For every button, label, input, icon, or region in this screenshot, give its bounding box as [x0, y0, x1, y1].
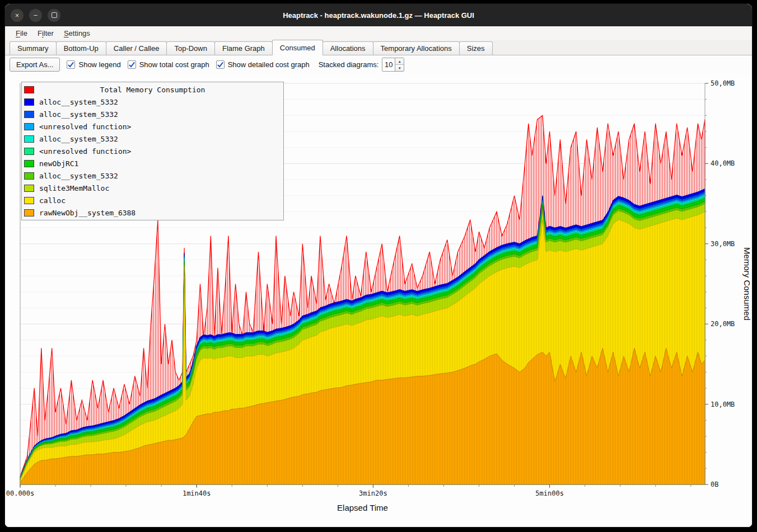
- legend-label: sqlite3MemMalloc: [39, 184, 109, 192]
- spinbox-buttons: ▲ ▼: [395, 58, 404, 71]
- x-tick-label: 3min20s: [359, 489, 387, 497]
- check-icon: [217, 61, 224, 68]
- legend-swatch: [24, 148, 34, 155]
- checkbox-label: Show total cost graph: [139, 60, 209, 69]
- tab-temporary-allocations[interactable]: Temporary Allocations: [373, 41, 460, 55]
- tab-bar: SummaryBottom-UpCaller / CalleeTop-DownF…: [5, 40, 752, 55]
- x-tick-label: 5min00s: [535, 489, 564, 497]
- y-tick-label: 30,0MB: [711, 240, 735, 248]
- tab-summary[interactable]: Summary: [10, 41, 57, 55]
- stacked-diagrams-spinbox[interactable]: 10 ▲ ▼: [382, 58, 404, 72]
- checkbox-group: Show legendShow total cost graphShow det…: [60, 60, 309, 69]
- legend-row: sqlite3MemMalloc: [22, 182, 283, 194]
- menu-filter[interactable]: Filter: [32, 27, 59, 39]
- spin-up-button[interactable]: ▲: [395, 58, 404, 65]
- titlebar[interactable]: × − Heaptrack - heaptrack.wakunode.1.gz …: [5, 4, 752, 26]
- legend-swatch: [24, 111, 34, 118]
- toolbar: Export As... Show legendShow total cost …: [5, 55, 752, 74]
- legend-label: alloc__system_5332: [39, 98, 118, 106]
- checkbox-show-total-cost-graph[interactable]: Show total cost graph: [128, 60, 209, 69]
- menu-file[interactable]: File: [11, 27, 32, 39]
- spin-down-button[interactable]: ▼: [395, 65, 404, 71]
- tab-sizes[interactable]: Sizes: [459, 41, 493, 55]
- legend-swatch: [24, 123, 34, 130]
- tab-flame-graph[interactable]: Flame Graph: [214, 41, 273, 55]
- tab-caller-callee[interactable]: Caller / Callee: [106, 41, 167, 55]
- legend-row: <unresolved function>: [22, 145, 283, 157]
- y-axis-title: Memory Consumed: [742, 247, 752, 321]
- checkbox-box[interactable]: [67, 60, 75, 69]
- checkbox-label: Show legend: [78, 60, 120, 69]
- export-as-button[interactable]: Export As...: [10, 58, 60, 72]
- legend-label: rawNewObj__system_6388: [39, 209, 135, 217]
- legend-row: rawNewObj__system_6388: [22, 206, 283, 219]
- window-title: Heaptrack - heaptrack.wakunode.1.gz — He…: [5, 11, 752, 20]
- y-tick-label: 20,0MB: [711, 320, 735, 328]
- checkbox-label: Show detailed cost graph: [228, 60, 310, 69]
- menu-settings[interactable]: Settings: [59, 27, 95, 39]
- tab-top-down[interactable]: Top-Down: [166, 41, 215, 55]
- legend-swatch: [24, 209, 34, 216]
- x-tick-label: 1min40s: [183, 489, 211, 497]
- legend-row: alloc__system_5332: [22, 108, 283, 120]
- x-axis-title: Elapsed Time: [337, 503, 388, 512]
- tab-bottom-up[interactable]: Bottom-Up: [56, 41, 106, 55]
- legend-swatch: [24, 98, 34, 106]
- x-tick-label: 00.000s: [6, 489, 35, 497]
- legend-title: Total Memory Consumption: [39, 86, 266, 94]
- y-tick-label: 50,0MB: [711, 79, 735, 87]
- checkbox-show-detailed-cost-graph[interactable]: Show detailed cost graph: [216, 60, 310, 69]
- legend-row: alloc__system_5332: [22, 133, 283, 145]
- legend-row: calloc: [22, 194, 283, 206]
- legend-label: <unresolved function>: [39, 123, 131, 131]
- legend-label: alloc__system_5332: [39, 135, 118, 143]
- stacked-diagrams-label: Stacked diagrams:: [319, 60, 379, 69]
- legend-swatch: [24, 160, 34, 167]
- spinbox-value[interactable]: 10: [382, 58, 395, 71]
- legend-swatch: [24, 172, 34, 180]
- y-tick-label: 10,0MB: [711, 401, 735, 408]
- legend-label: calloc: [39, 196, 66, 205]
- legend-row: alloc__system_5332: [22, 170, 283, 182]
- chart-panel: 0B10,0MB20,0MB30,0MB40,0MB50,0MB00.000s1…: [5, 74, 752, 527]
- legend-label: alloc__system_5332: [39, 172, 118, 180]
- legend-label: alloc__system_5332: [39, 110, 118, 119]
- y-tick-label: 40,0MB: [711, 159, 735, 167]
- legend-row: newObjRC1: [22, 157, 283, 170]
- chart-legend: Total Memory Consumptionalloc__system_53…: [21, 82, 284, 220]
- menubar: FileFilterSettings: [5, 26, 752, 40]
- legend-swatch: [24, 86, 34, 93]
- tab-consumed[interactable]: Consumed: [272, 40, 323, 55]
- legend-swatch: [24, 197, 34, 204]
- checkbox-box[interactable]: [128, 60, 136, 69]
- desktop-background: × − Heaptrack - heaptrack.wakunode.1.gz …: [0, 0, 757, 532]
- legend-label: <unresolved function>: [39, 147, 131, 156]
- legend-swatch: [24, 135, 34, 143]
- legend-label: newObjRC1: [39, 159, 78, 168]
- legend-swatch: [24, 185, 34, 192]
- checkbox-box[interactable]: [216, 60, 225, 69]
- tab-allocations[interactable]: Allocations: [323, 41, 373, 55]
- legend-row: alloc__system_5332: [22, 96, 283, 108]
- check-icon: [67, 61, 74, 68]
- check-icon: [128, 61, 135, 68]
- legend-row: <unresolved function>: [22, 120, 283, 133]
- legend-title-row: Total Memory Consumption: [22, 83, 283, 96]
- checkbox-show-legend[interactable]: Show legend: [67, 60, 120, 69]
- heaptrack-window: × − Heaptrack - heaptrack.wakunode.1.gz …: [4, 3, 753, 528]
- y-tick-label: 0B: [711, 481, 718, 488]
